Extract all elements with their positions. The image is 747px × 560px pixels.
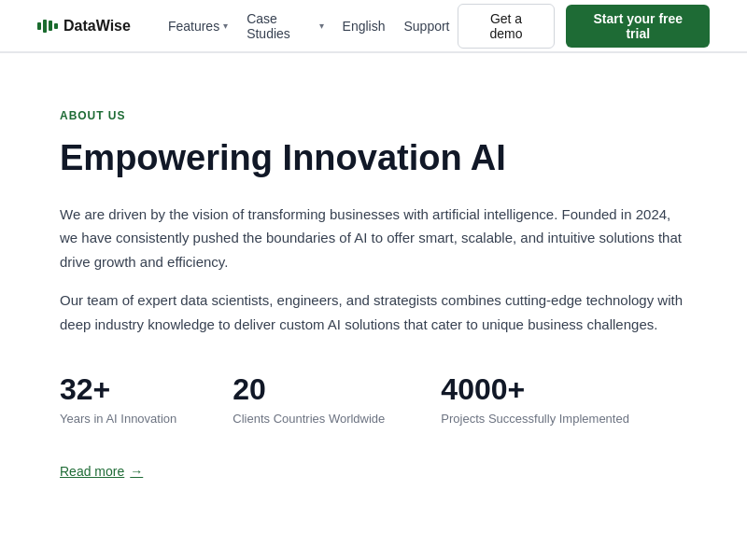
stat-number-projects: 4000+ [441,373,629,406]
chevron-down-icon: ▾ [319,21,324,31]
page-title: Empowering Innovation AI [60,137,687,180]
nav-links: Features ▾ Case Studies ▾ English Suppor… [161,6,458,47]
stat-label-projects: Projects Successfully Implemented [441,412,629,426]
about-label: ABOUT US [60,109,687,122]
description-2: Our team of expert data scientists, engi… [60,288,687,336]
stat-label-years: Years in AI Innovation [60,412,176,426]
nav-item-case-studies[interactable]: Case Studies ▾ [239,6,331,47]
nav-features-label: Features [168,19,219,34]
stat-item-projects: 4000+ Projects Successfully Implemented [441,373,629,426]
get-demo-button[interactable]: Get a demo [458,4,556,49]
description-1: We are driven by the vision of transform… [60,203,687,274]
nav-support-label: Support [403,19,449,34]
logo-text: DataWise [63,18,131,35]
navbar: DataWise Features ▾ Case Studies ▾ Engli… [0,0,747,52]
stat-item-clients: 20 Clients Countries Worldwide [233,373,385,426]
nav-item-support[interactable]: Support [396,13,457,39]
start-trial-button[interactable]: Start your free trial [566,5,710,48]
arrow-icon: → [130,464,143,479]
logo[interactable]: DataWise [37,18,131,35]
stat-number-years: 32+ [60,373,176,406]
main-content: ABOUT US Empowering Innovation AI We are… [0,53,747,536]
navbar-right: Get a demo Start your free trial [458,4,710,49]
nav-item-english[interactable]: English [335,13,393,39]
nav-case-studies-label: Case Studies [247,11,315,41]
chevron-down-icon: ▾ [223,21,228,31]
read-more-link[interactable]: Read more → [60,464,143,479]
stat-label-clients: Clients Countries Worldwide [233,412,385,426]
logo-icon [37,20,58,33]
nav-english-label: English [343,19,386,34]
stat-item-years: 32+ Years in AI Innovation [60,373,176,426]
navbar-left: DataWise Features ▾ Case Studies ▾ Engli… [37,6,458,47]
nav-item-features[interactable]: Features ▾ [161,13,235,39]
stats-section: 32+ Years in AI Innovation 20 Clients Co… [60,373,687,426]
read-more-text: Read more [60,464,124,479]
stat-number-clients: 20 [233,373,385,406]
